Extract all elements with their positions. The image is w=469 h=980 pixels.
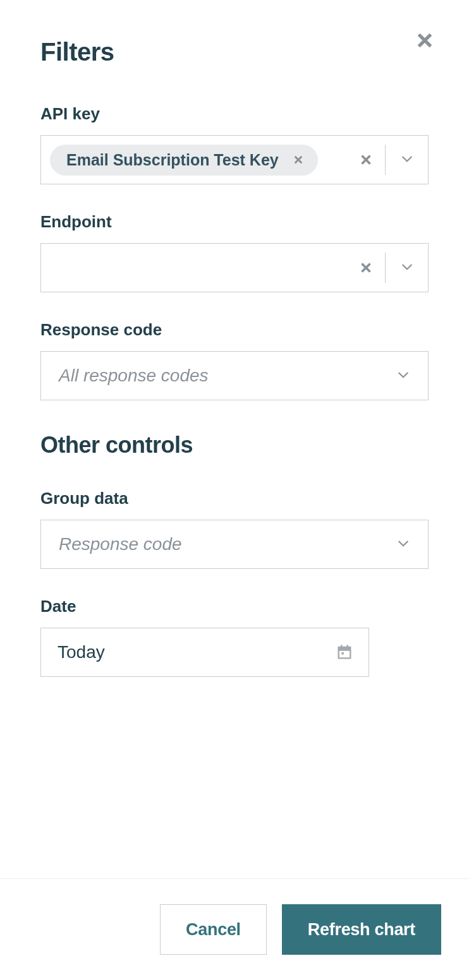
api-key-dropdown-toggle[interactable] [385, 145, 428, 175]
close-icon [415, 30, 435, 51]
group-data-field: Group data Response code [40, 489, 429, 569]
group-data-select[interactable]: Response code [40, 520, 429, 569]
response-code-select[interactable]: All response codes [40, 351, 429, 400]
close-icon [359, 153, 373, 167]
endpoint-select-controls [351, 253, 428, 283]
response-code-select-body: All response codes [41, 352, 390, 400]
calendar-icon [334, 642, 355, 662]
api-key-pill-remove[interactable] [290, 152, 307, 168]
refresh-chart-button[interactable]: Refresh chart [282, 904, 441, 955]
api-key-select-controls [351, 145, 428, 175]
endpoint-label: Endpoint [40, 212, 429, 232]
other-controls-title: Other controls [40, 432, 429, 458]
date-label: Date [40, 597, 429, 616]
endpoint-clear[interactable] [351, 253, 381, 283]
cancel-button[interactable]: Cancel [160, 904, 267, 955]
api-key-select[interactable]: Email Subscription Test Key [40, 135, 429, 184]
panel-header: Filters [40, 38, 429, 66]
response-code-field: Response code All response codes [40, 320, 429, 400]
chevron-down-icon [399, 152, 415, 168]
close-icon [359, 261, 373, 275]
date-value: Today [58, 642, 105, 662]
filters-panel: Filters API key Email Subscription Test … [0, 0, 469, 878]
close-button[interactable] [412, 28, 437, 53]
endpoint-select[interactable] [40, 243, 429, 292]
date-field: Date Today [40, 597, 429, 677]
chevron-down-icon [399, 260, 415, 276]
response-code-label: Response code [40, 320, 429, 340]
api-key-label: API key [40, 104, 429, 124]
panel-footer: Cancel Refresh chart [0, 878, 469, 980]
api-key-clear[interactable] [351, 145, 381, 175]
close-icon [293, 154, 304, 165]
api-key-field: API key Email Subscription Test Key [40, 104, 429, 184]
api-key-select-body: Email Subscription Test Key [41, 136, 351, 184]
endpoint-dropdown-toggle[interactable] [385, 253, 428, 283]
endpoint-select-body [41, 244, 351, 292]
api-key-pill-label: Email Subscription Test Key [66, 151, 279, 169]
group-data-label: Group data [40, 489, 429, 508]
chevron-down-icon [395, 536, 411, 553]
group-data-select-body: Response code [41, 520, 390, 568]
response-code-placeholder: All response codes [50, 366, 209, 386]
chevron-down-icon [395, 368, 411, 384]
api-key-pill: Email Subscription Test Key [50, 145, 318, 176]
group-data-dropdown-toggle[interactable] [390, 536, 428, 553]
response-code-dropdown-toggle[interactable] [390, 368, 428, 384]
group-data-placeholder: Response code [50, 534, 182, 554]
date-picker[interactable]: Today [40, 628, 369, 677]
endpoint-field: Endpoint [40, 212, 429, 292]
panel-title: Filters [40, 38, 114, 66]
